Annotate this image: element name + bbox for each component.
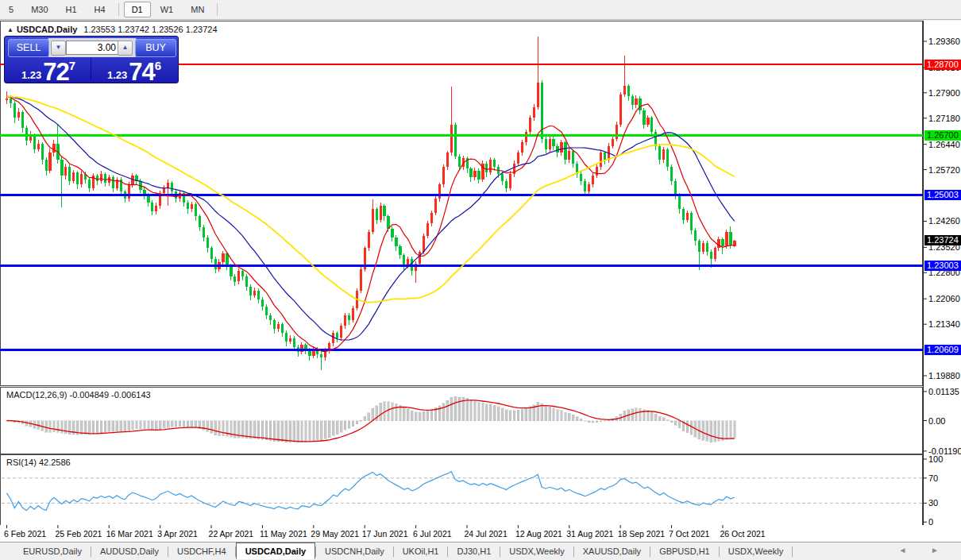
price-axis-label: 1.24260 bbox=[928, 216, 961, 226]
date-axis-label: 18 Sep 2021 bbox=[618, 529, 666, 539]
volume-increase-button[interactable]: ▲ bbox=[118, 41, 133, 56]
ask-price[interactable]: 1.23746 bbox=[92, 58, 176, 80]
date-axis-label: 16 Mar 2021 bbox=[106, 529, 153, 539]
chart-tab-bar: EURUSD,DailyAUDUSD,DailyUSDCHF,H4USDCAD,… bbox=[0, 542, 961, 560]
macd-axis-label: 0.00 bbox=[928, 416, 961, 426]
bid-big: 72 bbox=[43, 58, 68, 86]
timeframe-button-d1[interactable]: D1 bbox=[124, 2, 151, 17]
tab-scroll-arrows[interactable]: ◄ ► bbox=[898, 546, 950, 554]
chart-ohlc-values: 1.23553 1.23742 1.23526 1.23724 bbox=[83, 25, 217, 34]
timeframe-button-mn[interactable]: MN bbox=[183, 2, 212, 17]
ask-prefix: 1.23 bbox=[107, 69, 127, 81]
trading-terminal-window: 5M30H1H4D1W1MN ▲USDCAD,Daily1.23553 1.23… bbox=[0, 0, 961, 560]
chart-tab-usdx-weekly[interactable]: USDX,Weekly bbox=[720, 544, 792, 558]
date-axis-label: 22 Apr 2021 bbox=[209, 529, 254, 539]
macd-axis-label: 0.01135 bbox=[928, 387, 961, 396]
bid-prefix: 1.23 bbox=[21, 69, 41, 81]
rsi-axis-label: 70 bbox=[928, 473, 961, 483]
level-price-label: 1.20609 bbox=[924, 345, 961, 355]
rsi-axis-label: 0 bbox=[928, 517, 961, 527]
chart-title: ▲USDCAD,Daily1.23553 1.23742 1.23526 1.2… bbox=[7, 25, 218, 34]
rsi-label: RSI(14) 42.2586 bbox=[6, 458, 71, 467]
sell-button[interactable]: SELL bbox=[8, 39, 49, 57]
price-axis-label: 1.22060 bbox=[928, 294, 961, 303]
chart-tab-usdchf-h4[interactable]: USDCHF,H4 bbox=[168, 544, 235, 558]
bid-sup: 7 bbox=[69, 59, 75, 72]
toolbar-separator bbox=[217, 3, 218, 16]
date-axis-label: 6 Feb 2021 bbox=[4, 529, 46, 539]
date-axis-label: 31 Aug 2021 bbox=[566, 529, 613, 539]
chart-tab-audusd-daily[interactable]: AUDUSD,Daily bbox=[91, 544, 168, 558]
timeframe-button-m30[interactable]: M30 bbox=[23, 2, 56, 17]
collapse-icon[interactable]: ▲ bbox=[7, 26, 14, 33]
level-price-label: 1.25003 bbox=[924, 190, 961, 200]
level-price-label: 1.23003 bbox=[924, 261, 961, 271]
rsi-axis-label: 100 bbox=[928, 454, 961, 464]
price-axis-label: 1.25720 bbox=[928, 165, 961, 175]
bid-price[interactable]: 1.23727 bbox=[6, 58, 91, 80]
date-axis-label: 24 Jul 2021 bbox=[465, 529, 508, 539]
timeframe-toolbar: 5M30H1H4D1W1MN bbox=[0, 0, 961, 20]
price-axis-label: 1.27180 bbox=[928, 114, 961, 123]
timeframe-button-5[interactable]: 5 bbox=[1, 2, 21, 17]
toolbar-separator bbox=[118, 3, 119, 16]
date-axis-label: 25 Feb 2021 bbox=[55, 529, 102, 539]
chart-tab-gbpusd-h1[interactable]: GBPUSD,H1 bbox=[650, 544, 719, 558]
date-axis-label: 7 Oct 2021 bbox=[669, 529, 709, 539]
date-axis-label: 17 Jun 2021 bbox=[362, 529, 408, 539]
chart-symbol: USDCAD,Daily bbox=[17, 25, 77, 34]
chart-tab-usdcnh-daily[interactable]: USDCNH,Daily bbox=[316, 544, 393, 558]
date-axis-label: 29 May 2021 bbox=[311, 529, 359, 539]
macd-label: MACD(12,26,9) -0.004849 -0.006143 bbox=[6, 390, 151, 400]
ask-big: 74 bbox=[129, 58, 154, 86]
buy-button[interactable]: BUY bbox=[135, 39, 176, 57]
date-axis-label: 3 Apr 2021 bbox=[157, 529, 198, 539]
chart-tab-dj30-h1[interactable]: DJ30,H1 bbox=[448, 544, 500, 558]
level-price-label: 1.26700 bbox=[924, 130, 961, 141]
rsi-panel[interactable] bbox=[0, 454, 923, 526]
ask-sup: 6 bbox=[155, 59, 161, 72]
date-axis-label: 12 Aug 2021 bbox=[515, 529, 562, 539]
timeframe-button-w1[interactable]: W1 bbox=[152, 2, 182, 17]
chart-tab-eurusd-daily[interactable]: EURUSD,Daily bbox=[14, 544, 91, 558]
price-axis-label: 1.26440 bbox=[928, 140, 961, 149]
level-price-label: 1.28700 bbox=[924, 60, 961, 70]
price-axis-label: 1.27900 bbox=[928, 88, 961, 98]
rsi-axis-label: 30 bbox=[928, 498, 961, 508]
price-axis-label: 1.29360 bbox=[928, 37, 961, 46]
price-axis-border bbox=[923, 21, 924, 525]
one-click-trading-panel: SELL ▼ 3.00 ▲ BUY 1.23727 1.23746 bbox=[4, 36, 179, 83]
chart-tab-usdcad-daily[interactable]: USDCAD,Daily bbox=[236, 543, 315, 559]
chart-tab-xauusd-daily[interactable]: XAUUSD,Daily bbox=[574, 544, 650, 558]
volume-input[interactable]: 3.00 bbox=[66, 41, 120, 55]
timeframe-button-h4[interactable]: H4 bbox=[87, 2, 114, 17]
date-axis-label: 11 May 2021 bbox=[260, 529, 307, 539]
date-axis-label: 6 Jul 2021 bbox=[413, 529, 451, 539]
volume-decrease-button[interactable]: ▼ bbox=[51, 41, 66, 56]
timeframe-button-h1[interactable]: H1 bbox=[58, 2, 85, 17]
tab-separator bbox=[792, 546, 793, 557]
price-axis-label: 1.21340 bbox=[928, 319, 961, 329]
current-price-label: 1.23724 bbox=[924, 235, 961, 245]
chart-tab-ukoil-h1[interactable]: UKOil,H1 bbox=[394, 544, 448, 558]
chart-tab-usdx-weekly[interactable]: USDX,Weekly bbox=[500, 544, 573, 558]
price-axis-label: 1.19880 bbox=[928, 371, 961, 380]
date-axis-label: 26 Oct 2021 bbox=[720, 529, 765, 539]
